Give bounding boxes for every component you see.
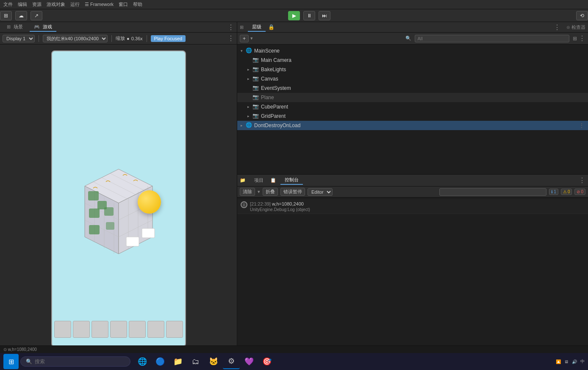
hierarchy-toolbar-more[interactable]: ⋮ — [579, 34, 585, 42]
hier-arrow-cubeparent: ▸ — [247, 105, 252, 109]
hier-icon-camera: 📷 — [252, 57, 259, 64]
taskbar-app-vscode[interactable]: 💜 — [241, 354, 258, 369]
taskbar-app-edge[interactable]: 🔵 — [152, 354, 169, 369]
status-text: ⊙ w,h=1080,2400 — [3, 347, 37, 352]
hier-label-cubeparent: CubeParent — [261, 104, 288, 110]
history-button[interactable]: ⟲ — [576, 11, 588, 20]
menu-item-assets[interactable]: 资源 — [32, 1, 42, 8]
game-resolution-select[interactable]: 我的红米k40 (1080x2400 — [43, 35, 108, 42]
hierarchy-search-input[interactable] — [415, 35, 570, 42]
menu-item-help[interactable]: 帮助 — [133, 1, 142, 8]
console-warn-badge: ⚠ 0 — [561, 189, 572, 195]
menu-item-window[interactable]: 窗口 — [119, 1, 128, 8]
toolbar-misc1[interactable]: ⊞ — [0, 11, 12, 20]
taskbar-start-button[interactable]: ⊞ — [3, 354, 19, 369]
console-clear-button[interactable]: 清除 — [240, 188, 255, 196]
console-pause-error-button[interactable]: 错误暂停 — [280, 188, 305, 196]
console-toolbar: 清除 ▾ 折叠 错误暂停 Editor ℹ 1 ⚠ 0 — [237, 186, 588, 198]
main-layout: ⊞ 场景 🎮 游戏 ⋮ Display 1 我的红米k40 (1080x2400… — [0, 22, 588, 353]
toolbar-misc3[interactable]: ↗ — [31, 11, 42, 20]
hier-item-bakelights[interactable]: ▸ 📷 BakeLights — [237, 65, 588, 74]
hier-arrow-canvas: ▸ — [247, 77, 252, 81]
hier-arrow-mainscene: ▾ — [241, 49, 246, 53]
game-toolbar: Display 1 我的红米k40 (1080x2400 缩放 ● 0.36x … — [0, 33, 237, 45]
tab-console[interactable]: 控制台 — [280, 176, 303, 185]
game-toolbar-more[interactable]: ⋮ — [227, 34, 234, 42]
hier-icon-canvas: 📷 — [252, 75, 259, 82]
hierarchy-tab-bar: ⊞ 层级 🔒 ⋮ ⊙ 检查器 — [237, 22, 588, 33]
taskbar-app-browser[interactable]: 🌐 — [134, 354, 151, 369]
hierarchy-lock-icon[interactable]: 🔒 — [268, 24, 275, 30]
hier-item-eventsystem[interactable]: ▸ 📷 EventSystem — [237, 83, 588, 93]
hier-item-mainscene[interactable]: ▾ 🌐 MainScene — [237, 46, 588, 56]
taskbar-search-bar[interactable]: 🔍 — [20, 356, 130, 367]
tab-scene[interactable]: ⊞ 场景 — [3, 23, 27, 32]
hierarchy-add-button[interactable]: + — [240, 35, 249, 42]
hierarchy-toolbar: + ▾ 🔍 ⊞ ⋮ — [237, 33, 588, 45]
svg-rect-18 — [88, 191, 99, 200]
tab-game[interactable]: 🎮 游戏 — [30, 23, 56, 32]
play-button[interactable]: ▶ — [288, 11, 300, 20]
hier-item-plane[interactable]: ▸ 📷 Plane — [237, 93, 588, 102]
separator3 — [147, 35, 147, 42]
hier-more-dontdestroy[interactable]: ⋮ — [579, 122, 585, 129]
log-info-icon: i — [241, 201, 247, 208]
log-entry-1[interactable]: i [21:22:39] w,h=1080,2400 UnityEngine.D… — [237, 199, 588, 214]
tab-hierarchy[interactable]: 层级 — [248, 23, 266, 32]
play-focused-button[interactable]: Play Focused — [151, 35, 186, 42]
yellow-ball — [138, 190, 161, 214]
taskbar-volume-icon[interactable]: 🔊 — [572, 359, 577, 364]
taskbar-search-icon: 🔍 — [26, 359, 32, 364]
log-msg-content-1: w,h=1080,2400 — [272, 201, 304, 206]
log-time-1: [21:22:39] — [250, 201, 271, 206]
taskbar-app-files[interactable]: 🗂 — [187, 354, 204, 369]
hier-item-maincamera[interactable]: ▸ 📷 Main Camera — [237, 56, 588, 65]
hier-item-cubeparent[interactable]: ▸ 📷 CubeParent — [237, 102, 588, 111]
taskbar-monitor-icon[interactable]: 🖥 — [564, 359, 569, 364]
bottom-panels: 📁 项目 📋 控制台 ⋮ 清除 ▾ 折叠 错误暂停 Editor — [237, 175, 588, 353]
taskbar-search-input[interactable] — [35, 359, 119, 364]
menu-item-framework[interactable]: ☰ Framework — [85, 2, 114, 7]
console-info-badge: ℹ 1 — [549, 189, 558, 195]
tab-project[interactable]: 项目 — [250, 176, 268, 184]
toolbar-misc2[interactable]: ☁ — [15, 11, 27, 20]
menu-item-gameobject[interactable]: 游戏对象 — [47, 1, 65, 8]
hier-item-dontdestroy[interactable]: ▸ 🌐 DontDestroyOnLoad ⋮ — [237, 121, 588, 130]
separator2 — [111, 35, 112, 42]
error-icon: ⊘ — [577, 189, 580, 194]
hierarchy-more[interactable]: ⋮ — [554, 23, 560, 31]
tile-5 — [129, 321, 146, 338]
taskbar-ime[interactable]: 中 — [580, 359, 585, 364]
game-viewport — [0, 45, 237, 353]
menu-item-run[interactable]: 运行 — [70, 1, 80, 8]
hier-item-gridparent[interactable]: ▸ 📷 GridParent — [237, 111, 588, 121]
console-tab-more[interactable]: ⋮ — [579, 176, 585, 184]
hier-icon-cubeparent: 📷 — [252, 103, 259, 110]
menu-item-file[interactable]: 文件 — [3, 1, 13, 8]
console-editor-select[interactable]: Editor — [308, 188, 333, 196]
hier-item-canvas[interactable]: ▸ 📷 Canvas — [237, 74, 588, 83]
taskbar-chevron-icon[interactable]: 🔼 — [556, 359, 561, 364]
game-display-select[interactable]: Display 1 — [3, 35, 35, 42]
taskbar-app-extra[interactable]: 🎯 — [258, 354, 275, 369]
cube-container — [64, 152, 174, 279]
taskbar-app-explorer[interactable]: 📁 — [169, 354, 186, 369]
pause-button[interactable]: ⏸ — [303, 11, 315, 20]
taskbar-app-sourcetree[interactable]: 🐱 — [205, 354, 222, 369]
console-panel: 📁 项目 📋 控制台 ⋮ 清除 ▾ 折叠 错误暂停 Editor — [237, 175, 588, 353]
tile-1 — [54, 321, 71, 338]
taskbar-right: 🔼 🖥 🔊 中 — [556, 359, 585, 364]
tile-4 — [110, 321, 127, 338]
console-collapse-button[interactable]: 折叠 — [263, 188, 278, 196]
cube-svg — [64, 152, 174, 271]
console-search-input[interactable] — [439, 188, 547, 196]
hierarchy-search-expand[interactable]: ⊞ — [573, 36, 577, 42]
scale-value: 0.36x — [131, 36, 143, 41]
svg-rect-21 — [89, 225, 100, 234]
game-panel-more[interactable]: ⋮ — [227, 23, 234, 31]
step-button[interactable]: ⏭ — [319, 11, 330, 20]
menu-item-edit[interactable]: 编辑 — [18, 1, 27, 8]
tile-row — [54, 321, 183, 338]
taskbar-app-unityhub[interactable]: ⚙ — [223, 354, 240, 369]
console-clear-dropdown[interactable]: ▾ — [258, 189, 260, 195]
